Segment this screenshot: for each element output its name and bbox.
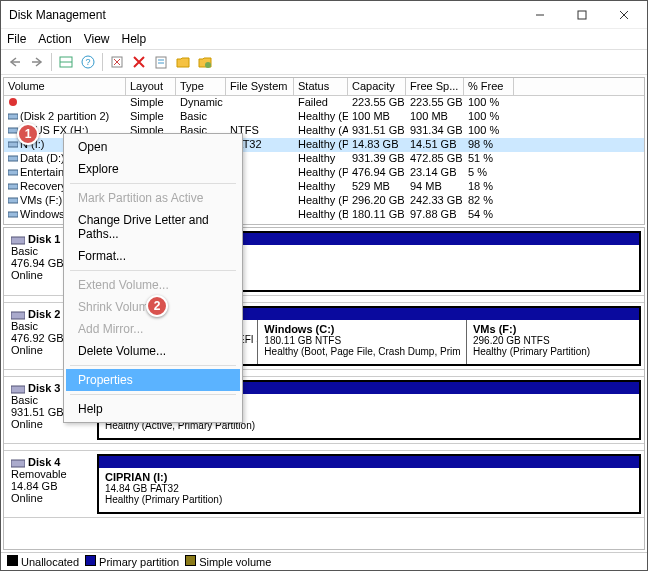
svg-rect-25 — [11, 460, 25, 467]
menu-file[interactable]: File — [7, 32, 26, 46]
context-menu-item[interactable]: Change Drive Letter and Paths... — [66, 209, 240, 245]
context-menu-item[interactable]: Properties — [66, 369, 240, 391]
disk-info: Disk 4Removable14.84 GBOnline — [7, 454, 93, 514]
properties-icon[interactable] — [151, 52, 171, 72]
disk-row: Disk 4Removable14.84 GBOnlineCIPRIAN (I:… — [4, 450, 644, 518]
volume-icon — [8, 139, 18, 149]
split-view-icon[interactable] — [56, 52, 76, 72]
svg-rect-23 — [11, 312, 25, 319]
svg-rect-14 — [8, 114, 18, 119]
title-bar: Disk Management — [1, 1, 647, 29]
disk-partition-map[interactable]: CIPRIAN (I:)14.84 GB FAT32Healthy (Prima… — [97, 454, 641, 514]
context-menu-item: Mark Partition as Active — [66, 187, 240, 209]
col-volume[interactable]: Volume — [4, 78, 126, 96]
context-menu-item[interactable]: Help — [66, 398, 240, 420]
maximize-button[interactable] — [561, 2, 603, 28]
refresh-icon[interactable] — [107, 52, 127, 72]
volume-icon — [8, 167, 18, 177]
volume-row[interactable]: SimpleDynamicFailed223.55 GB223.55 GB100… — [4, 96, 644, 110]
settings-icon[interactable] — [195, 52, 215, 72]
svg-rect-22 — [11, 237, 25, 244]
svg-rect-20 — [8, 198, 18, 203]
swatch-unallocated — [7, 555, 18, 566]
col-layout[interactable]: Layout — [126, 78, 176, 96]
svg-rect-16 — [8, 142, 18, 147]
volume-icon — [8, 209, 18, 219]
volume-row[interactable]: (Disk 2 partition 2)SimpleBasicHealthy (… — [4, 110, 644, 124]
volume-icon — [8, 195, 18, 205]
svg-rect-17 — [8, 156, 18, 161]
forward-button[interactable] — [27, 52, 47, 72]
content-area: Volume Layout Type File System Status Ca… — [1, 75, 647, 570]
menu-action[interactable]: Action — [38, 32, 71, 46]
svg-rect-1 — [578, 11, 586, 19]
context-menu[interactable]: OpenExploreMark Partition as ActiveChang… — [63, 133, 243, 423]
svg-point-13 — [9, 98, 17, 106]
volume-icon — [8, 111, 18, 121]
context-menu-item[interactable]: Explore — [66, 158, 240, 180]
toolbar: ? — [1, 49, 647, 75]
swatch-primary — [85, 555, 96, 566]
legend-primary: Primary partition — [99, 556, 179, 568]
legend-unallocated: Unallocated — [21, 556, 79, 568]
context-menu-item[interactable]: Delete Volume... — [66, 340, 240, 362]
disk-management-window: Disk Management File Action View Help ? … — [0, 0, 648, 571]
svg-text:?: ? — [85, 57, 90, 67]
callout-1: 1 — [17, 123, 39, 145]
col-type[interactable]: Type — [176, 78, 226, 96]
folder-icon[interactable] — [173, 52, 193, 72]
col-status[interactable]: Status — [294, 78, 348, 96]
context-menu-item: Add Mirror... — [66, 318, 240, 340]
minimize-button[interactable] — [519, 2, 561, 28]
col-filesystem[interactable]: File System — [226, 78, 294, 96]
legend-simple: Simple volume — [199, 556, 271, 568]
volume-icon — [8, 153, 18, 163]
menu-help[interactable]: Help — [122, 32, 147, 46]
volume-icon — [8, 181, 18, 191]
context-menu-item: Extend Volume... — [66, 274, 240, 296]
col-pct[interactable]: % Free — [464, 78, 514, 96]
menu-view[interactable]: View — [84, 32, 110, 46]
svg-rect-21 — [8, 212, 18, 217]
col-capacity[interactable]: Capacity — [348, 78, 406, 96]
delete-icon[interactable] — [129, 52, 149, 72]
svg-rect-18 — [8, 170, 18, 175]
svg-rect-24 — [11, 386, 25, 393]
partition-box[interactable]: VMs (F:)296.20 GB NTFSHealthy (Primary P… — [467, 320, 639, 364]
partition-box[interactable]: Windows (C:)180.11 GB NTFSHealthy (Boot,… — [258, 320, 467, 364]
window-title: Disk Management — [9, 8, 106, 22]
svg-point-12 — [205, 62, 211, 68]
swatch-simple — [185, 555, 196, 566]
help-icon[interactable]: ? — [78, 52, 98, 72]
context-menu-item[interactable]: Open — [66, 136, 240, 158]
volume-fail-icon — [8, 97, 18, 107]
partition-box[interactable]: CIPRIAN (I:)14.84 GB FAT32Healthy (Prima… — [99, 468, 639, 512]
svg-rect-19 — [8, 184, 18, 189]
volume-table-header: Volume Layout Type File System Status Ca… — [4, 78, 644, 96]
callout-2: 2 — [146, 295, 168, 317]
legend: Unallocated Primary partition Simple vol… — [1, 552, 647, 570]
context-menu-item[interactable]: Format... — [66, 245, 240, 267]
col-free[interactable]: Free Sp... — [406, 78, 464, 96]
close-button[interactable] — [603, 2, 645, 28]
back-button[interactable] — [5, 52, 25, 72]
menu-bar: File Action View Help — [1, 29, 647, 49]
